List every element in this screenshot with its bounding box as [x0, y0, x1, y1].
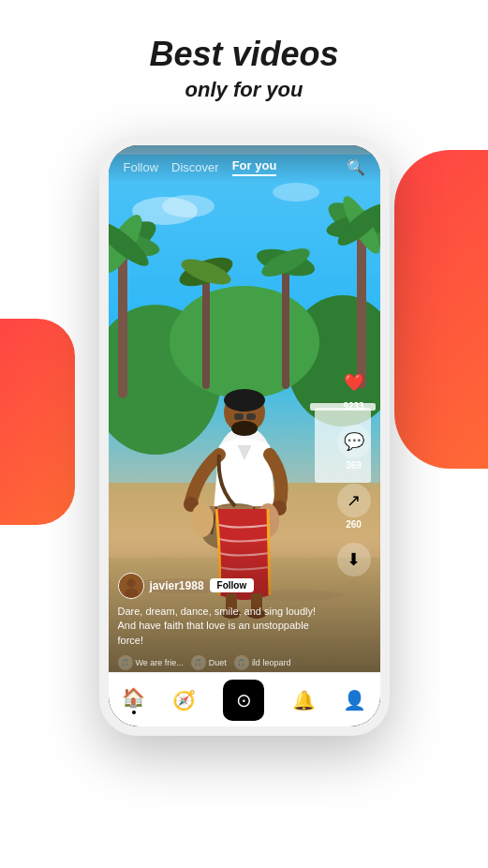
music-tag-3: 🎵 ild leopard [234, 655, 291, 670]
bottom-info: javier1988 Follow Dare, dream, dance, sm… [118, 573, 333, 670]
right-actions: ❤️ 9233 💬 369 ↗ 260 ⬇ [337, 366, 371, 576]
profile-icon: 👤 [343, 689, 366, 711]
tab-discover[interactable]: Discover [171, 160, 219, 174]
tab-for-you[interactable]: For you [232, 158, 277, 176]
svg-rect-33 [234, 413, 244, 420]
heart-icon: ❤️ [337, 366, 371, 399]
svg-rect-34 [246, 413, 256, 420]
search-button[interactable]: 🔍 [347, 158, 365, 176]
bottom-navigation: 🏠 🧭 ⊙ 🔔 👤 [109, 672, 380, 726]
svg-rect-7 [118, 248, 127, 398]
svg-point-6 [170, 286, 319, 398]
share-icon: ↗ [337, 484, 371, 517]
nav-camera[interactable]: ⊙ [223, 680, 264, 721]
username-label: javier1988 [150, 579, 204, 592]
svg-point-52 [126, 578, 135, 587]
home-icon: 🏠 [122, 686, 145, 709]
phone-mockup: Follow Discover For you 🔍 ❤️ 9233 💬 369 … [99, 136, 390, 736]
nav-notifications[interactable]: 🔔 [292, 689, 316, 711]
music-tag-1: 🎵 We are frie... [118, 655, 184, 670]
user-row: javier1988 Follow [118, 573, 333, 599]
discover-icon: 🧭 [172, 689, 196, 711]
main-subtitle: only for you [0, 78, 488, 102]
nav-profile[interactable]: 👤 [343, 689, 366, 711]
like-count: 9233 [343, 401, 363, 412]
svg-point-2 [162, 195, 214, 217]
share-count: 260 [346, 519, 362, 530]
svg-point-31 [224, 389, 265, 412]
share-action[interactable]: ↗ 260 [337, 484, 371, 530]
download-icon: ⬇ [337, 543, 371, 576]
nav-tabs: Follow Discover For you [124, 158, 277, 176]
bg-decoration-right [394, 150, 488, 469]
camera-icon: ⊙ [236, 689, 252, 711]
comment-action[interactable]: 💬 369 [337, 425, 371, 471]
tab-follow[interactable]: Follow [124, 160, 159, 174]
main-title: Best videos [0, 34, 488, 74]
nav-home[interactable]: 🏠 [122, 686, 145, 714]
follow-button[interactable]: Follow [210, 578, 255, 592]
user-avatar [118, 573, 144, 599]
phone-outer: Follow Discover For you 🔍 ❤️ 9233 💬 369 … [99, 136, 390, 736]
phone-screen: Follow Discover For you 🔍 ❤️ 9233 💬 369 … [109, 145, 380, 726]
comment-count: 369 [346, 460, 362, 471]
active-indicator [132, 711, 136, 714]
music-icon-1: 🎵 [118, 655, 133, 670]
bell-icon: 🔔 [292, 689, 316, 711]
svg-point-45 [191, 503, 214, 537]
bg-decoration-left [0, 319, 75, 525]
music-icon-2: 🎵 [191, 655, 206, 670]
nav-discover[interactable]: 🧭 [172, 689, 196, 711]
top-navigation: Follow Discover For you 🔍 [109, 145, 380, 184]
svg-rect-17 [202, 277, 210, 389]
video-caption: Dare, dream, dance, smile, and sing loud… [118, 605, 333, 648]
music-tag-2: 🎵 Duet [191, 655, 227, 670]
music-tags-row: 🎵 We are frie... 🎵 Duet 🎵 ild leopard [118, 655, 333, 670]
header-section: Best videos only for you [0, 0, 488, 119]
svg-point-53 [124, 589, 138, 597]
comment-icon: 💬 [337, 425, 371, 458]
svg-rect-20 [282, 267, 289, 389]
svg-point-3 [273, 183, 319, 202]
svg-point-32 [231, 421, 258, 436]
camera-button[interactable]: ⊙ [223, 680, 264, 721]
like-action[interactable]: ❤️ 9233 [337, 366, 371, 412]
music-icon-3: 🎵 [234, 655, 249, 670]
download-action[interactable]: ⬇ [337, 543, 371, 576]
